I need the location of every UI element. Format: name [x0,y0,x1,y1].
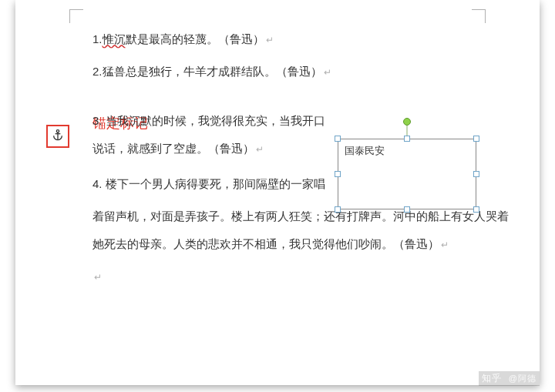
resize-handle-sw[interactable] [335,206,341,213]
paragraph-4a[interactable]: 4. 楼下一个男人病得要死，那间隔壁的一家唱 [92,170,331,198]
p1-prefix: 1. [92,32,103,45]
p4a-text: 4. 楼下一个男人病得要死，那间隔壁的一家唱 [92,177,325,190]
resize-handle-n[interactable] [404,136,410,142]
textbox-content[interactable]: 国泰民安 [345,145,385,156]
anchor-icon [52,129,64,144]
resize-handle-nw[interactable] [335,136,341,142]
resize-handle-w[interactable] [335,171,341,177]
paragraph-3[interactable]: 3. 当我沉默的时候，我觉得很充实，当我开口说话，就感到了空虚。（鲁迅）↵ [92,107,331,162]
rotate-stem [407,124,408,136]
paragraph-1[interactable]: 1.惟沉默是最高的轻蔑。（鲁迅）↵ [92,25,524,53]
svg-point-0 [56,130,59,132]
empty-line[interactable]: ↵ [92,263,524,290]
crop-mark-top-right [472,9,486,23]
paragraph-mark: ↵ [324,67,331,78]
floating-textbox[interactable]: 国泰民安 [338,139,476,209]
resize-handle-s[interactable] [404,206,410,213]
watermark: 知乎 @阿德 [479,371,540,386]
paragraph-mark: ↵ [256,144,264,155]
paragraph-4b[interactable]: 着留声机，对面是弄孩子。楼上有两人狂笑；还有打牌声。河中的船上有女人哭着她死去的… [92,203,509,258]
document-page: 锚定标记 1.惟沉默是最高的轻蔑。（鲁迅）↵ 2.猛兽总是独行，牛羊才成群结队。… [23,6,532,377]
rotate-handle[interactable] [403,118,411,126]
resize-handle-ne[interactable] [473,136,479,142]
paragraph-mark: ↵ [441,240,449,250]
resize-handle-se[interactable] [473,206,479,213]
resize-handle-e[interactable] [473,171,479,177]
anchor-indicator[interactable] [46,125,69,148]
watermark-site: 知乎 [482,373,502,384]
crop-mark-top-left [69,9,83,23]
p3-text: 3. 当我沉默的时候，我觉得很充实，当我开口说话，就感到了空虚。（鲁迅） [92,114,325,155]
paragraph-2[interactable]: 2.猛兽总是独行，牛羊才成群结队。（鲁迅）↵ [92,58,524,85]
paragraph-mark: ↵ [266,35,274,45]
watermark-author: @阿德 [509,374,536,383]
spellcheck-squiggle: 惟沉 [103,32,126,45]
paragraph-mark: ↵ [94,272,102,283]
p1-rest: 默是最高的轻蔑。（鲁迅） [126,32,264,45]
p2-text: 2.猛兽总是独行，牛羊才成群结队。（鲁迅） [92,65,322,78]
